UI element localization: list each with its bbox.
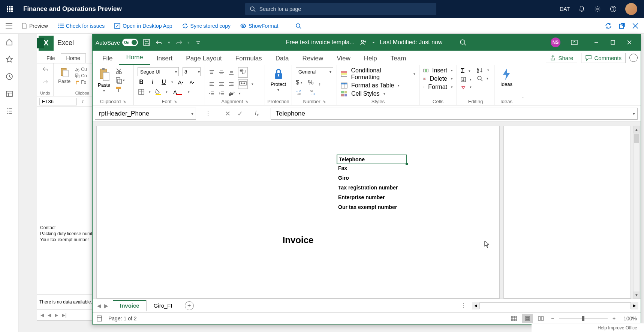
copy-icon[interactable]: [115, 77, 122, 84]
scroll-thumb[interactable]: [634, 134, 639, 143]
formula-expand-icon[interactable]: ▾: [633, 111, 635, 116]
underline-button[interactable]: U: [160, 78, 168, 86]
tab-page-layout[interactable]: Page Layout: [179, 52, 228, 65]
bg-tab-file[interactable]: File: [41, 53, 61, 63]
hscroll-left-icon[interactable]: ◀: [472, 302, 479, 309]
show-format-button[interactable]: ShowFormat: [237, 21, 282, 30]
name-box-caret-icon[interactable]: ▾: [191, 111, 193, 116]
scroll-up-icon[interactable]: ▲: [634, 126, 640, 133]
name-box[interactable]: rptHeader_Phone ▾: [95, 108, 196, 120]
accept-formula-icon[interactable]: ✓: [237, 110, 243, 118]
merge-center-button[interactable]: [238, 79, 248, 89]
clipboard-launcher-icon[interactable]: ⬊: [123, 99, 126, 104]
italic-button[interactable]: I: [149, 78, 156, 86]
align-top-icon[interactable]: [209, 70, 215, 75]
conditional-formatting-button[interactable]: Conditional Formatting▾: [341, 67, 415, 81]
redo-icon[interactable]: [42, 79, 48, 84]
close-icon[interactable]: [632, 23, 639, 29]
format-as-table-button[interactable]: Format as Table▾: [341, 82, 415, 89]
help-improve-link[interactable]: Help Improve Office: [532, 323, 644, 332]
cell-our-tax-exempt[interactable]: Our tax exempt number: [338, 204, 451, 210]
tab-team[interactable]: Team: [384, 52, 413, 65]
tab-view[interactable]: View: [330, 52, 357, 65]
check-issues-button[interactable]: Check for issues: [54, 21, 108, 30]
vertical-scrollbar[interactable]: ▲ ▼: [633, 126, 640, 299]
refresh-icon[interactable]: [605, 23, 612, 29]
selected-cell[interactable]: Telephone: [337, 155, 407, 164]
alignment-launcher-icon[interactable]: ⬊: [245, 99, 248, 104]
comma-style-button[interactable]: ,: [319, 79, 321, 86]
sheet-tabs-menu-icon[interactable]: ⋮: [455, 302, 472, 309]
zoom-out-button[interactable]: −: [549, 315, 556, 322]
global-search-input[interactable]: Search for a page: [245, 3, 436, 15]
autosave-toggle[interactable]: AutoSave On: [96, 39, 138, 46]
paste-button[interactable]: Paste ▾: [96, 67, 112, 93]
format-painter-icon[interactable]: [115, 86, 123, 93]
tab-insert[interactable]: Insert: [150, 52, 180, 65]
format-cells-button[interactable]: Format▾: [423, 84, 453, 90]
sheet-nav-next-icon[interactable]: ▶: [104, 303, 108, 309]
percent-button[interactable]: %: [308, 79, 313, 86]
bg-tab-home[interactable]: Home: [61, 53, 86, 63]
document-page[interactable]: Telephone Fax Giro Tax registration numb…: [96, 126, 500, 299]
titlebar-search-icon[interactable]: [459, 38, 467, 47]
tab-data[interactable]: Data: [269, 52, 296, 65]
bg-format-painter-button[interactable]: Fo: [75, 80, 87, 85]
increase-decimal-icon[interactable]: ←.0.00: [296, 89, 304, 95]
wrap-text-button[interactable]: ab: [238, 67, 248, 78]
align-middle-icon[interactable]: [219, 70, 225, 75]
waffle-icon[interactable]: [4, 3, 16, 15]
redo-icon[interactable]: [175, 38, 183, 47]
align-right-icon[interactable]: [228, 81, 234, 87]
undo-caret-icon[interactable]: ▾: [168, 40, 170, 45]
zoom-slider[interactable]: [559, 318, 608, 319]
borders-button[interactable]: [138, 88, 145, 96]
bg-scroll-first-icon[interactable]: |◀: [39, 312, 44, 318]
ideas-button[interactable]: Ideas: [498, 67, 515, 88]
fill-button[interactable]: ▾: [461, 77, 472, 82]
sheet-tab-invoice[interactable]: Invoice: [113, 300, 147, 311]
tab-formulas[interactable]: Formulas: [229, 52, 269, 65]
bg-name-box[interactable]: [39, 98, 77, 105]
horizontal-scrollbar[interactable]: ◀ ▶: [472, 302, 641, 309]
bg-paste-button[interactable]: Paste: [57, 66, 72, 85]
close-button[interactable]: [621, 34, 638, 51]
tab-review[interactable]: Review: [296, 52, 330, 65]
cut-icon[interactable]: [115, 68, 122, 75]
page-icon[interactable]: [96, 315, 103, 321]
tab-help[interactable]: Help: [357, 52, 384, 65]
currency-button[interactable]: $: [296, 79, 299, 86]
bold-button[interactable]: B: [138, 78, 145, 86]
cell-styles-button[interactable]: Cell Styles▾: [341, 90, 415, 97]
clear-button[interactable]: ▾: [461, 84, 472, 90]
sync-copy-button[interactable]: Sync stored copy: [178, 21, 234, 30]
bg-fx-icon[interactable]: f: [82, 99, 84, 104]
delete-cells-button[interactable]: Delete▾: [423, 75, 453, 82]
bg-scroll-last-icon[interactable]: ▶|: [62, 312, 66, 318]
save-icon[interactable]: [142, 38, 151, 47]
zoom-in-button[interactable]: +: [611, 315, 617, 322]
bg-copy-button[interactable]: Co: [75, 73, 87, 78]
popout-icon[interactable]: [619, 23, 625, 29]
maximize-button[interactable]: [605, 34, 621, 51]
add-sheet-button[interactable]: +: [185, 301, 194, 310]
collapse-ribbon-icon[interactable]: ˆ: [522, 97, 524, 103]
qat-customize-icon[interactable]: [194, 38, 202, 47]
bg-scroll-next-icon[interactable]: ▶: [55, 312, 58, 318]
cell-giro[interactable]: Giro: [338, 175, 451, 181]
page-layout-view-button[interactable]: [522, 314, 533, 323]
normal-view-button[interactable]: [509, 314, 519, 323]
gear-icon[interactable]: [594, 5, 601, 13]
clock-icon[interactable]: [6, 73, 13, 80]
formula-menu-icon[interactable]: ⋮: [205, 110, 211, 117]
decrease-font-icon[interactable]: A▾: [188, 78, 196, 86]
user-badge[interactable]: NS: [551, 38, 560, 47]
hscroll-right-icon[interactable]: ▶: [631, 302, 638, 309]
scroll-down-icon[interactable]: ▼: [634, 291, 640, 298]
number-format-select[interactable]: General▾: [296, 67, 333, 76]
align-left-icon[interactable]: [209, 81, 215, 87]
font-launcher-icon[interactable]: ⬊: [174, 99, 177, 104]
align-bottom-icon[interactable]: [228, 70, 234, 75]
cell-tax-reg[interactable]: Tax registration number: [338, 185, 451, 191]
ribbon-display-icon[interactable]: [570, 38, 578, 47]
